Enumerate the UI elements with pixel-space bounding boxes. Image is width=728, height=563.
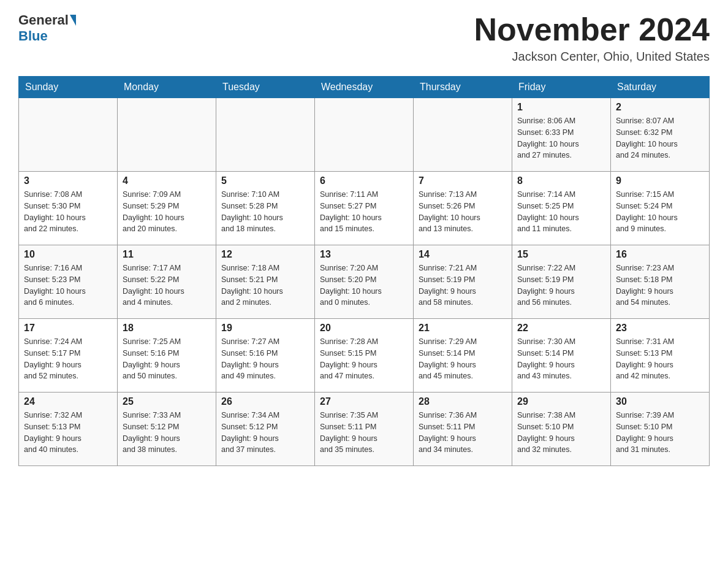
- calendar-cell: 15Sunrise: 7:22 AMSunset: 5:19 PMDayligh…: [512, 245, 611, 319]
- calendar-week-2: 3Sunrise: 7:08 AMSunset: 5:30 PMDaylight…: [19, 172, 710, 245]
- day-info: Sunrise: 7:34 AMSunset: 5:12 PMDaylight:…: [221, 410, 309, 456]
- day-number: 28: [419, 396, 507, 407]
- calendar-week-3: 10Sunrise: 7:16 AMSunset: 5:23 PMDayligh…: [19, 245, 710, 319]
- calendar-cell: [315, 98, 414, 172]
- day-number: 4: [123, 175, 211, 186]
- weekday-header-wednesday: Wednesday: [315, 77, 414, 98]
- calendar-cell: 5Sunrise: 7:10 AMSunset: 5:28 PMDaylight…: [216, 172, 315, 245]
- day-number: 30: [616, 396, 704, 407]
- day-number: 1: [517, 102, 605, 113]
- day-info: Sunrise: 7:22 AMSunset: 5:19 PMDaylight:…: [517, 262, 605, 308]
- day-number: 15: [517, 249, 605, 260]
- day-info: Sunrise: 7:11 AMSunset: 5:27 PMDaylight:…: [320, 189, 408, 235]
- title-section: November 2024 Jackson Center, Ohio, Unit…: [474, 12, 710, 64]
- calendar-cell: 28Sunrise: 7:36 AMSunset: 5:11 PMDayligh…: [414, 393, 512, 466]
- calendar-cell: 30Sunrise: 7:39 AMSunset: 5:10 PMDayligh…: [611, 393, 710, 466]
- weekday-header-friday: Friday: [512, 77, 611, 98]
- weekday-header-sunday: Sunday: [19, 77, 118, 98]
- calendar-cell: 8Sunrise: 7:14 AMSunset: 5:25 PMDaylight…: [512, 172, 611, 245]
- day-info: Sunrise: 7:20 AMSunset: 5:20 PMDaylight:…: [320, 262, 408, 308]
- calendar-cell: 12Sunrise: 7:18 AMSunset: 5:21 PMDayligh…: [216, 245, 315, 319]
- day-info: Sunrise: 7:28 AMSunset: 5:15 PMDaylight:…: [320, 336, 408, 382]
- day-number: 11: [123, 249, 211, 260]
- calendar-cell: 16Sunrise: 7:23 AMSunset: 5:18 PMDayligh…: [611, 245, 710, 319]
- day-info: Sunrise: 7:33 AMSunset: 5:12 PMDaylight:…: [123, 410, 211, 456]
- calendar-cell: 7Sunrise: 7:13 AMSunset: 5:26 PMDaylight…: [414, 172, 512, 245]
- day-info: Sunrise: 7:31 AMSunset: 5:13 PMDaylight:…: [616, 336, 704, 382]
- weekday-header-monday: Monday: [118, 77, 216, 98]
- calendar-cell: 6Sunrise: 7:11 AMSunset: 5:27 PMDaylight…: [315, 172, 414, 245]
- calendar-cell: 13Sunrise: 7:20 AMSunset: 5:20 PMDayligh…: [315, 245, 414, 319]
- weekday-header-tuesday: Tuesday: [216, 77, 315, 98]
- calendar-cell: [118, 98, 216, 172]
- calendar-cell: 26Sunrise: 7:34 AMSunset: 5:12 PMDayligh…: [216, 393, 315, 466]
- calendar-cell: 21Sunrise: 7:29 AMSunset: 5:14 PMDayligh…: [414, 319, 512, 393]
- day-number: 10: [24, 249, 112, 260]
- logo: General Blue: [18, 12, 77, 44]
- logo-general-text: General: [18, 12, 69, 28]
- day-number: 5: [221, 175, 309, 186]
- day-number: 13: [320, 249, 408, 260]
- calendar-cell: 2Sunrise: 8:07 AMSunset: 6:32 PMDaylight…: [611, 98, 710, 172]
- day-info: Sunrise: 7:14 AMSunset: 5:25 PMDaylight:…: [517, 189, 605, 235]
- day-info: Sunrise: 7:15 AMSunset: 5:24 PMDaylight:…: [616, 189, 704, 235]
- calendar-cell: 23Sunrise: 7:31 AMSunset: 5:13 PMDayligh…: [611, 319, 710, 393]
- calendar-cell: 18Sunrise: 7:25 AMSunset: 5:16 PMDayligh…: [118, 319, 216, 393]
- calendar-header: SundayMondayTuesdayWednesdayThursdayFrid…: [19, 77, 710, 98]
- day-info: Sunrise: 7:16 AMSunset: 5:23 PMDaylight:…: [24, 262, 112, 308]
- day-number: 9: [616, 175, 704, 186]
- day-number: 17: [24, 323, 112, 334]
- calendar-cell: 19Sunrise: 7:27 AMSunset: 5:16 PMDayligh…: [216, 319, 315, 393]
- day-number: 14: [419, 249, 507, 260]
- day-number: 2: [616, 102, 704, 113]
- day-number: 8: [517, 175, 605, 186]
- weekday-header-row: SundayMondayTuesdayWednesdayThursdayFrid…: [19, 77, 710, 98]
- day-info: Sunrise: 7:10 AMSunset: 5:28 PMDaylight:…: [221, 189, 309, 235]
- calendar-body: 1Sunrise: 8:06 AMSunset: 6:33 PMDaylight…: [19, 98, 710, 466]
- day-info: Sunrise: 7:35 AMSunset: 5:11 PMDaylight:…: [320, 410, 408, 456]
- day-info: Sunrise: 7:32 AMSunset: 5:13 PMDaylight:…: [24, 410, 112, 456]
- calendar-cell: 22Sunrise: 7:30 AMSunset: 5:14 PMDayligh…: [512, 319, 611, 393]
- day-info: Sunrise: 7:27 AMSunset: 5:16 PMDaylight:…: [221, 336, 309, 382]
- month-title: November 2024: [474, 12, 710, 47]
- calendar-cell: 11Sunrise: 7:17 AMSunset: 5:22 PMDayligh…: [118, 245, 216, 319]
- day-number: 29: [517, 396, 605, 407]
- day-number: 25: [123, 396, 211, 407]
- calendar-cell: 10Sunrise: 7:16 AMSunset: 5:23 PMDayligh…: [19, 245, 118, 319]
- calendar-cell: 1Sunrise: 8:06 AMSunset: 6:33 PMDaylight…: [512, 98, 611, 172]
- day-info: Sunrise: 7:18 AMSunset: 5:21 PMDaylight:…: [221, 262, 309, 308]
- day-info: Sunrise: 7:23 AMSunset: 5:18 PMDaylight:…: [616, 262, 704, 308]
- calendar-table: SundayMondayTuesdayWednesdayThursdayFrid…: [18, 76, 710, 466]
- day-info: Sunrise: 8:07 AMSunset: 6:32 PMDaylight:…: [616, 115, 704, 161]
- day-number: 16: [616, 249, 704, 260]
- day-number: 24: [24, 396, 112, 407]
- calendar-cell: 9Sunrise: 7:15 AMSunset: 5:24 PMDaylight…: [611, 172, 710, 245]
- calendar-cell: 29Sunrise: 7:38 AMSunset: 5:10 PMDayligh…: [512, 393, 611, 466]
- day-number: 20: [320, 323, 408, 334]
- day-info: Sunrise: 8:06 AMSunset: 6:33 PMDaylight:…: [517, 115, 605, 161]
- day-info: Sunrise: 7:09 AMSunset: 5:29 PMDaylight:…: [123, 189, 211, 235]
- weekday-header-saturday: Saturday: [611, 77, 710, 98]
- day-info: Sunrise: 7:21 AMSunset: 5:19 PMDaylight:…: [419, 262, 507, 308]
- day-info: Sunrise: 7:17 AMSunset: 5:22 PMDaylight:…: [123, 262, 211, 308]
- day-info: Sunrise: 7:13 AMSunset: 5:26 PMDaylight:…: [419, 189, 507, 235]
- day-number: 26: [221, 396, 309, 407]
- calendar-cell: 3Sunrise: 7:08 AMSunset: 5:30 PMDaylight…: [19, 172, 118, 245]
- logo-blue-text: Blue: [18, 28, 48, 44]
- day-number: 3: [24, 175, 112, 186]
- day-info: Sunrise: 7:38 AMSunset: 5:10 PMDaylight:…: [517, 410, 605, 456]
- weekday-header-thursday: Thursday: [414, 77, 512, 98]
- day-number: 12: [221, 249, 309, 260]
- calendar-cell: [19, 98, 118, 172]
- day-number: 27: [320, 396, 408, 407]
- day-info: Sunrise: 7:39 AMSunset: 5:10 PMDaylight:…: [616, 410, 704, 456]
- calendar-cell: 4Sunrise: 7:09 AMSunset: 5:29 PMDaylight…: [118, 172, 216, 245]
- calendar-cell: 24Sunrise: 7:32 AMSunset: 5:13 PMDayligh…: [19, 393, 118, 466]
- day-info: Sunrise: 7:08 AMSunset: 5:30 PMDaylight:…: [24, 189, 112, 235]
- day-info: Sunrise: 7:36 AMSunset: 5:11 PMDaylight:…: [419, 410, 507, 456]
- day-info: Sunrise: 7:24 AMSunset: 5:17 PMDaylight:…: [24, 336, 112, 382]
- calendar-cell: 20Sunrise: 7:28 AMSunset: 5:15 PMDayligh…: [315, 319, 414, 393]
- calendar-cell: [414, 98, 512, 172]
- calendar-cell: 17Sunrise: 7:24 AMSunset: 5:17 PMDayligh…: [19, 319, 118, 393]
- day-number: 18: [123, 323, 211, 334]
